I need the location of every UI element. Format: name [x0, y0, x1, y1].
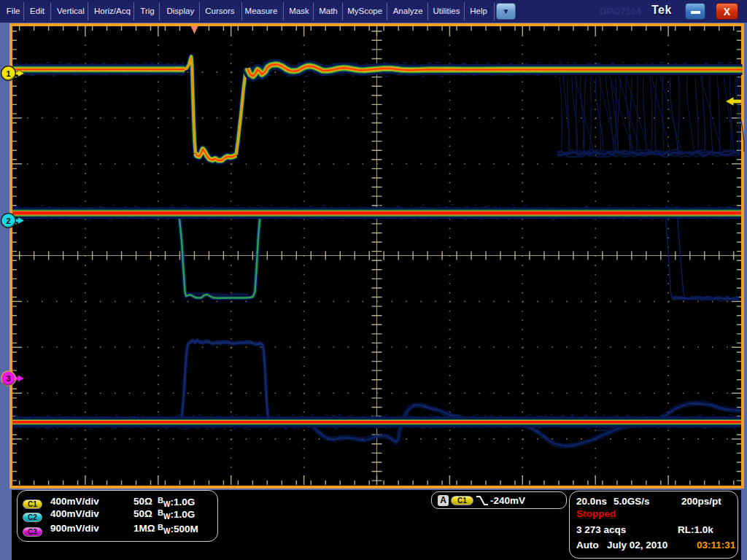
svg-text:2: 2 — [6, 217, 10, 225]
svg-text:1: 1 — [6, 69, 11, 78]
svg-text:3: 3 — [6, 374, 10, 383]
